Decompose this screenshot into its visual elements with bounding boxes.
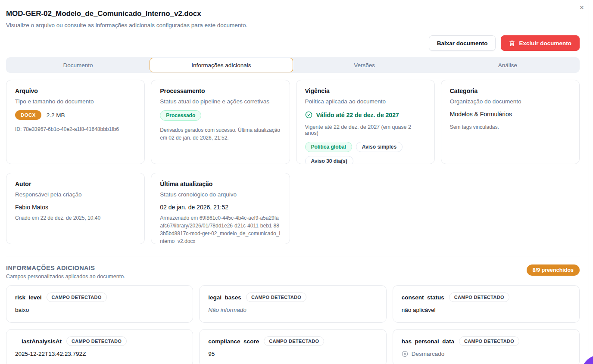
category-value: Modelos & Formulários [450,111,571,118]
card-arquivo-subtitle: Tipo e tamanho do documento [15,98,136,105]
card-vigencia: Vigência Política aplicada ao documento … [296,80,435,164]
delete-document-button[interactable]: Excluir documento [501,35,580,51]
last-update-value: 02 de jan. de 2026, 21:52 [160,204,281,211]
check-circle-icon [305,111,312,118]
document-title: MOD-GER-02_Modelo_de_Comunicado_Interno_… [6,9,580,18]
field-name: compliance_score [208,338,259,345]
file-size: 2.2 MB [47,112,65,118]
field-detected-tag: CAMPO DETECTADO [449,292,509,302]
card-categoria-subtitle: Organização do documento [450,98,571,105]
tab-bar: Documento Informações adicionais Versões… [6,57,580,73]
document-details-panel: MOD-GER-02_Modelo_de_Comunicado_Interno_… [6,0,580,364]
author-name: Fabio Matos [15,204,136,211]
field-value: 95 [208,351,377,357]
field-detected-tag: CAMPO DETECTADO [47,292,107,302]
close-icon[interactable]: × [577,3,586,12]
processing-description: Derivados gerados com sucesso. Última at… [160,126,281,142]
field-name: legal_bases [208,294,241,301]
tab-documento[interactable]: Documento [6,58,150,72]
card-autor: Autor Responsável pela criação Fabio Mat… [6,173,145,244]
delete-button-label: Excluir documento [519,40,571,47]
tab-versoes[interactable]: Versões [293,58,436,72]
card-arquivo: Arquivo Tipo e tamanho do documento DOCX… [6,80,145,164]
field-card-has-personal-data: has_personal_dataCAMPO DETECTADODesmarca… [393,329,580,364]
field-value: Não informado [208,307,377,313]
card-arquivo-title: Arquivo [15,87,136,94]
additional-info-header: INFORMAÇÕES ADICIONAIS Campos personaliz… [6,264,580,280]
card-vigencia-title: Vigência [305,87,426,94]
field-value: não aplicável [402,307,571,313]
policy-badges: Política global Aviso simples Aviso 30 d… [305,142,426,164]
panel-right-edge [589,0,589,364]
file-type-badge: DOCX [15,110,41,120]
file-id: ID: 78e33967-6b1c-40e2-a1f8-41648bbb1fb6 [15,125,136,133]
field-detected-tag: CAMPO DETECTADO [66,336,127,346]
assistant-fab-button[interactable] [581,355,593,364]
field-name: has_personal_data [402,338,454,345]
tab-informacoes-adicionais[interactable]: Informações adicionais [150,58,293,72]
field-detected-tag: CAMPO DETECTADO [459,336,519,346]
field-card-risk-level: risk_levelCAMPO DETECTADObaixo [6,285,193,323]
section-divider [6,256,580,256]
card-categoria: Categoria Organização do documento Model… [441,80,580,164]
trash-icon [509,40,515,47]
action-buttons: Baixar documento Excluir documento [6,35,580,51]
card-processamento-title: Processamento [160,87,281,94]
category-note: Sem tags vinculadas. [450,123,571,131]
card-ultima-atualizacao: Última atualização Status cronológico do… [151,173,290,244]
field-value: 2025-12-22T13:42:23.792Z [15,351,184,357]
field-card-lastAnalysisAt: __lastAnalysisAtCAMPO DETECTADO2025-12-2… [6,329,193,364]
card-ultima-atualizacao-title: Última atualização [160,180,281,187]
custom-fields-grid: risk_levelCAMPO DETECTADObaixolegal_base… [6,285,580,364]
field-name: risk_level [15,294,42,301]
card-autor-subtitle: Responsável pela criação [15,191,136,198]
policy-badge-global: Política global [305,142,352,152]
tab-analise[interactable]: Análise [436,58,579,72]
document-subtitle: Visualize o arquivo ou consulte as infor… [6,22,580,28]
info-cards-grid: Arquivo Tipo e tamanho do documento DOCX… [6,80,580,244]
card-vigencia-subtitle: Política aplicada ao documento [305,98,426,105]
field-card-consent-status: consent_statusCAMPO DETECTADOnão aplicáv… [393,285,580,323]
card-autor-title: Autor [15,180,136,187]
card-categoria-title: Categoria [450,87,571,94]
field-name: __lastAnalysisAt [15,338,62,345]
circle-x-icon [402,351,408,357]
author-created-at: Criado em 22 de dez. de 2025, 10:40 [15,214,136,222]
field-detected-tag: CAMPO DETECTADO [264,336,324,346]
field-value: Desmarcado [402,351,571,357]
validity-status: Válido até 22 de dez. de 2027 [316,112,399,118]
storage-path: Armazenado em 69f861c0-445c-4b4c-aef9-a5… [160,214,281,244]
field-card-legal-bases: legal_basesCAMPO DETECTADONão informado [199,285,386,323]
card-ultima-atualizacao-subtitle: Status cronológico do arquivo [160,191,281,198]
card-processamento-subtitle: Status atual do pipeline e ações correti… [160,98,281,105]
download-document-button[interactable]: Baixar documento [429,35,496,51]
field-detected-tag: CAMPO DETECTADO [246,292,306,302]
policy-badge-aviso-simples: Aviso simples [356,142,403,152]
card-processamento: Processamento Status atual do pipeline e… [151,80,290,164]
additional-info-subtitle: Campos personalizados aplicados ao docum… [6,274,125,280]
field-card-compliance-score: compliance_scoreCAMPO DETECTADO95 [199,329,386,364]
field-name: consent_status [402,294,444,301]
processing-status-badge: Processado [160,110,201,121]
fields-filled-badge: 8/9 preenchidos [527,264,580,276]
field-value: baixo [15,307,184,313]
policy-badge-aviso-30: Aviso 30 dia(s) [305,156,353,164]
download-button-label: Baixar documento [437,40,488,47]
validity-note: Vigente até 22 de dez. de 2027 (em quase… [305,124,426,136]
additional-info-title: INFORMAÇÕES ADICIONAIS [6,264,125,271]
